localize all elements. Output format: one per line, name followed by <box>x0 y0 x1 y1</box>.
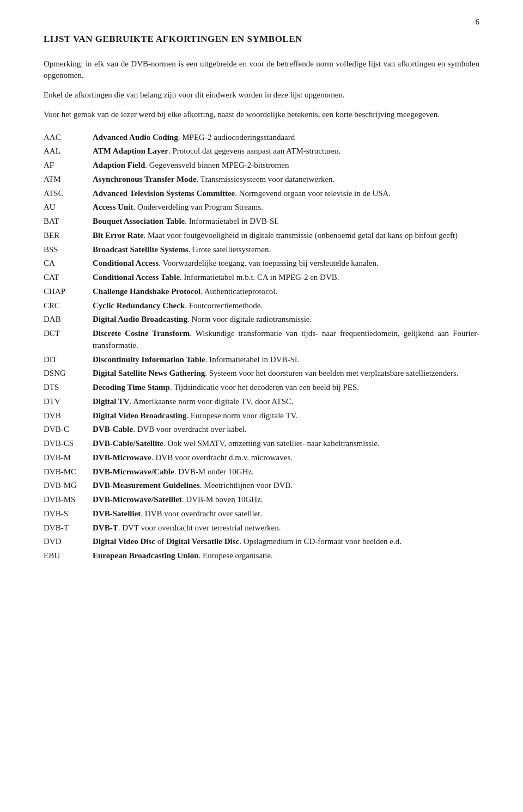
definition-cell: Digital Video Disc of Digital Versatile … <box>93 535 479 549</box>
table-row: DVB-MDVB-Microwave. DVB voor overdracht … <box>44 451 479 465</box>
definition-cell: Digital Satellite News Gathering. Systee… <box>93 367 479 381</box>
definition-cell: Conditional Access Table. Informatietabe… <box>93 271 479 285</box>
abbreviation-cell: AAC <box>44 131 93 145</box>
abbreviation-cell: DIT <box>44 353 93 367</box>
definition-cell: DVB-Cable. DVB voor overdracht over kabe… <box>93 423 479 437</box>
table-row: DVBDigital Video Broadcasting. Europese … <box>44 409 479 423</box>
abbreviations-table: AACAdvanced Audio Coding. MPEG-2 audioco… <box>44 131 479 563</box>
abbreviation-cell: ATM <box>44 173 93 187</box>
definition-cell: Digital Audio Broadcasting. Norm voor di… <box>93 313 479 327</box>
abbreviation-cell: DSNG <box>44 367 93 381</box>
abbreviation-cell: BSS <box>44 243 93 257</box>
table-row: DVB-MSDVB-Microwave/Satelliet. DVB-M bov… <box>44 493 479 507</box>
page-number: 6 <box>476 16 480 28</box>
table-row: DVDDigital Video Disc of Digital Versati… <box>44 535 479 549</box>
table-row: BATBouquet Association Table. Informatie… <box>44 215 479 229</box>
abbreviation-cell: AAL <box>44 144 93 158</box>
abbreviation-cell: AU <box>44 200 93 215</box>
page: 6 LIJST VAN GEBRUIKTE AFKORTINGEN EN SYM… <box>0 0 523 812</box>
table-row: DSNGDigital Satellite News Gathering. Sy… <box>44 367 479 381</box>
abbreviation-cell: DVB-MS <box>44 493 93 507</box>
abbreviation-cell: DAB <box>44 313 93 327</box>
definition-cell: Advanced Television Systems Committee. N… <box>93 187 479 201</box>
abbreviation-cell: DTV <box>44 395 93 409</box>
table-row: CRCCyclic Redundancy Check. Foutcorrecti… <box>44 299 479 313</box>
abbreviation-cell: DVD <box>44 535 93 549</box>
table-row: DVB-MCDVB-Microwave/Cable. DVB-M onder 1… <box>44 465 479 479</box>
definition-cell: DVB-T. DVT voor overdracht over terrestr… <box>93 521 479 535</box>
table-row: AACAdvanced Audio Coding. MPEG-2 audioco… <box>44 131 479 145</box>
abbreviation-cell: DTS <box>44 381 93 395</box>
table-row: EBUEuropean Broadcasting Union. Europese… <box>44 549 479 563</box>
abbreviation-cell: BER <box>44 229 93 243</box>
abbreviation-cell: DVB-T <box>44 521 93 535</box>
definition-cell: Asynchronous Transfer Mode. Transmissies… <box>93 173 479 187</box>
definition-cell: Adaption Field. Gegevensveld binnen MPEG… <box>93 158 479 173</box>
intro-paragraph-3: Voor het gemak van de lezer werd bij elk… <box>44 109 479 121</box>
definition-cell: ATM Adaption Layer. Protocol dat gegeven… <box>93 144 479 158</box>
abbreviation-cell: CAT <box>44 271 93 285</box>
intro-paragraph-2: Enkel de afkortingen die van belang zijn… <box>44 89 479 101</box>
table-row: DABDigital Audio Broadcasting. Norm voor… <box>44 313 479 327</box>
table-row: DVB-SDVB-Satelliet. DVB voor overdracht … <box>44 507 479 521</box>
abbreviation-cell: CHAP <box>44 285 93 299</box>
definition-cell: Conditional Access. Voorwaardelijke toeg… <box>93 257 479 271</box>
abbreviation-cell: BAT <box>44 215 93 229</box>
section-title: LIJST VAN GEBRUIKTE AFKORTINGEN EN SYMBO… <box>44 33 479 46</box>
definition-cell: DVB-Satelliet. DVB voor overdracht over … <box>93 507 479 521</box>
definition-cell: DVB-Measurement Guidelines. Meetrichtlij… <box>93 479 479 493</box>
definition-cell: Digital Video Broadcasting. Europese nor… <box>93 409 479 423</box>
definition-cell: DVB-Cable/Satellite. Ook wel SMATV, omze… <box>93 437 479 451</box>
definition-cell: DVB-Microwave/Satelliet. DVB-M boven 10G… <box>93 493 479 507</box>
table-row: DITDiscontinuity Information Table. Info… <box>44 353 479 367</box>
definition-cell: Broadcast Satellite Systems. Grote satel… <box>93 243 479 257</box>
abbreviation-cell: CA <box>44 257 93 271</box>
definition-cell: European Broadcasting Union. Europese or… <box>93 549 479 563</box>
definition-cell: DVB-Microwave. DVB voor overdracht d.m.v… <box>93 451 479 465</box>
abbreviation-cell: DVB-MC <box>44 465 93 479</box>
abbreviation-cell: DVB-MG <box>44 479 93 493</box>
definition-cell: Cyclic Redundancy Check. Foutcorrectieme… <box>93 299 479 313</box>
table-row: DVB-MGDVB-Measurement Guidelines. Meetri… <box>44 479 479 493</box>
abbreviation-cell: AF <box>44 158 93 173</box>
intro-paragraph-1: Opmerking: in elk van de DVB-normen is e… <box>44 58 479 82</box>
table-row: AALATM Adaption Layer. Protocol dat gege… <box>44 144 479 158</box>
definition-cell: Access Unit. Onderverdeling van Program … <box>93 200 479 215</box>
table-row: CAConditional Access. Voorwaardelijke to… <box>44 257 479 271</box>
abbreviation-cell: DVB-M <box>44 451 93 465</box>
table-row: AUAccess Unit. Onderverdeling van Progra… <box>44 200 479 215</box>
definition-cell: Bit Error Rate. Maat voor foutgevoelighe… <box>93 229 479 243</box>
table-row: AFAdaption Field. Gegevensveld binnen MP… <box>44 158 479 173</box>
table-row: ATMAsynchronous Transfer Mode. Transmiss… <box>44 173 479 187</box>
definition-cell: Discontinuity Information Table. Informa… <box>93 353 479 367</box>
table-row: DTSDecoding Time Stamp. Tijdsindicatie v… <box>44 381 479 395</box>
definition-cell: DVB-Microwave/Cable. DVB-M onder 10GHz. <box>93 465 479 479</box>
definition-cell: Digital TV. Amerikaanse norm voor digita… <box>93 395 479 409</box>
table-row: DTVDigital TV. Amerikaanse norm voor dig… <box>44 395 479 409</box>
abbreviation-cell: DVB-CS <box>44 437 93 451</box>
abbreviation-cell: DVB-C <box>44 423 93 437</box>
abbreviation-cell: DCT <box>44 327 93 353</box>
definition-cell: Decoding Time Stamp. Tijdsindicatie voor… <box>93 381 479 395</box>
definition-cell: Bouquet Association Table. Informatietab… <box>93 215 479 229</box>
abbreviation-cell: DVB-S <box>44 507 93 521</box>
abbreviation-cell: ATSC <box>44 187 93 201</box>
table-row: ATSCAdvanced Television Systems Committe… <box>44 187 479 201</box>
definition-cell: Discrete Cosine Transform. Wiskundige tr… <box>93 327 479 353</box>
definition-cell: Advanced Audio Coding. MPEG-2 audiocoder… <box>93 131 479 145</box>
table-row: CATConditional Access Table. Informatiet… <box>44 271 479 285</box>
abbreviation-cell: DVB <box>44 409 93 423</box>
table-row: DVB-CDVB-Cable. DVB voor overdracht over… <box>44 423 479 437</box>
table-row: DCTDiscrete Cosine Transform. Wiskundige… <box>44 327 479 353</box>
table-row: BERBit Error Rate. Maat voor foutgevoeli… <box>44 229 479 243</box>
abbreviation-cell: EBU <box>44 549 93 563</box>
table-row: DVB-TDVB-T. DVT voor overdracht over ter… <box>44 521 479 535</box>
abbreviation-cell: CRC <box>44 299 93 313</box>
table-row: BSSBroadcast Satellite Systems. Grote sa… <box>44 243 479 257</box>
table-row: CHAPChallenge Handshake Protocol. Authen… <box>44 285 479 299</box>
table-row: DVB-CSDVB-Cable/Satellite. Ook wel SMATV… <box>44 437 479 451</box>
definition-cell: Challenge Handshake Protocol. Authentica… <box>93 285 479 299</box>
